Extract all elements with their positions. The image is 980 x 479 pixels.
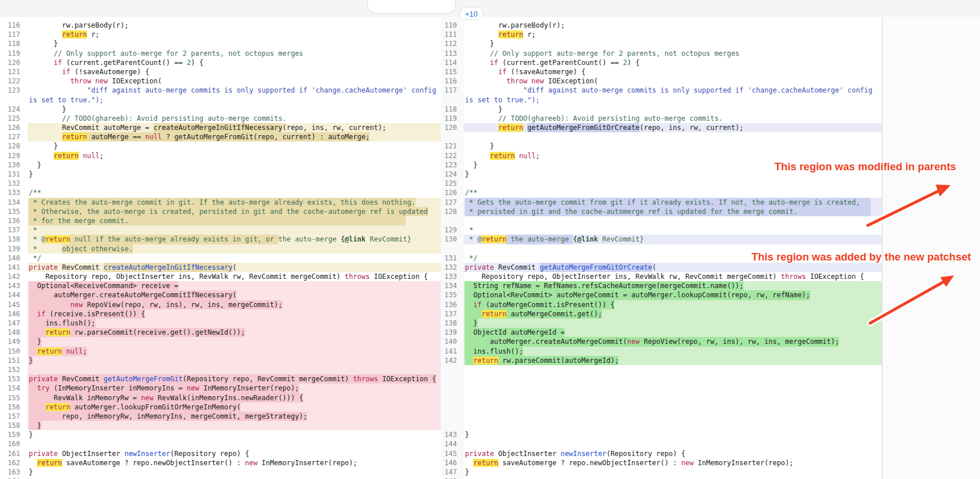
left-line-number[interactable]: 152: [0, 365, 28, 374]
right-line-number[interactable]: 123: [441, 160, 464, 170]
left-line-number[interactable]: 128: [0, 141, 28, 151]
right-line-number[interactable]: 145: [441, 449, 464, 458]
diff-row: 164148: [0, 477, 883, 479]
left-line-number[interactable]: 155: [0, 393, 28, 403]
right-line-number[interactable]: 114: [441, 58, 464, 67]
right-line-number[interactable]: 120: [441, 123, 464, 132]
left-line-number[interactable]: 145: [0, 300, 28, 309]
right-line-number[interactable]: 135: [441, 290, 464, 300]
left-line-number[interactable]: 122: [0, 76, 28, 86]
left-line-number[interactable]: 138: [0, 235, 28, 244]
right-line-number[interactable]: 140: [441, 337, 464, 346]
left-code-line: autoMerger.createAutoMergeCommitIfNecess…: [28, 290, 441, 300]
left-line-number[interactable]: 116: [0, 21, 28, 30]
left-line-number[interactable]: 120: [0, 58, 28, 67]
left-line-number[interactable]: 137: [0, 225, 28, 235]
left-line-number[interactable]: 126: [0, 123, 28, 132]
right-line-number[interactable]: 141: [441, 347, 464, 356]
left-line-number[interactable]: 127: [0, 132, 28, 141]
right-line-number[interactable]: 112: [441, 39, 464, 48]
left-line-number[interactable]: 142: [0, 272, 28, 281]
left-line-number[interactable]: 156: [0, 403, 28, 412]
right-line-number[interactable]: 143: [441, 430, 464, 439]
left-line-number[interactable]: 143: [0, 281, 28, 290]
right-line-number[interactable]: 139: [441, 328, 464, 337]
left-line-number[interactable]: 141: [0, 263, 28, 272]
right-line-number[interactable]: 113: [441, 49, 464, 58]
diff-row: 146 if (receive.isPresent()) {137 return…: [0, 309, 883, 319]
left-line-number[interactable]: 159: [0, 430, 28, 439]
left-line-number[interactable]: 134: [0, 198, 28, 207]
right-line-number[interactable]: 129: [441, 225, 464, 235]
left-code-line: [28, 365, 441, 374]
right-line-number[interactable]: 115: [441, 67, 464, 76]
left-line-number[interactable]: 140: [0, 254, 28, 263]
left-line-number[interactable]: 125: [0, 114, 28, 123]
left-line-number[interactable]: 154: [0, 384, 28, 393]
right-line-number[interactable]: 124: [441, 170, 464, 179]
right-line-number[interactable]: 132: [441, 263, 464, 272]
left-line-number[interactable]: 144: [0, 290, 28, 300]
left-code-line: [28, 477, 441, 479]
right-line-number[interactable]: 146: [441, 458, 464, 467]
right-line-number[interactable]: 136: [441, 300, 464, 309]
left-line-number[interactable]: 124: [0, 105, 28, 114]
left-line-number[interactable]: 162: [0, 458, 28, 467]
left-line-number[interactable]: 147: [0, 319, 28, 328]
right-line-number[interactable]: 125: [441, 179, 464, 188]
right-line-number[interactable]: 121: [441, 141, 464, 151]
diff-row: 123 "diff against auto-merge commits is …: [0, 86, 883, 104]
left-line-number[interactable]: 163: [0, 467, 28, 477]
left-line-number[interactable]: 129: [0, 151, 28, 160]
right-line-number[interactable]: 142: [441, 356, 464, 365]
right-line-number[interactable]: 119: [441, 114, 464, 123]
right-line-number[interactable]: 138: [441, 319, 464, 328]
left-line-number[interactable]: 130: [0, 160, 28, 170]
right-line-number[interactable]: 117: [441, 86, 464, 95]
left-line-number[interactable]: 158: [0, 421, 28, 430]
left-line-number[interactable]: 118: [0, 39, 28, 48]
right-line-number[interactable]: 144: [441, 439, 464, 449]
right-line-number[interactable]: 134: [441, 281, 464, 290]
collapsed-expander-button[interactable]: [367, 0, 456, 14]
left-line-number[interactable]: 135: [0, 207, 28, 216]
right-line-number[interactable]: 126: [441, 188, 464, 197]
right-code-line: String refName = RefNames.refsCacheAutom…: [464, 281, 883, 290]
diff-row: 145 new RepoView(repo, rw, ins), rw, ins…: [0, 300, 883, 309]
left-line-number[interactable]: 161: [0, 449, 28, 458]
diff-view: 116 rw.parseBody(r);110 rw.parseBody(r);…: [0, 0, 980, 479]
left-line-number[interactable]: 153: [0, 374, 28, 384]
left-line-number[interactable]: 149: [0, 337, 28, 346]
right-line-number[interactable]: 148: [441, 477, 464, 479]
right-line-number[interactable]: 137: [441, 309, 464, 319]
left-line-number[interactable]: 131: [0, 170, 28, 179]
left-line-number[interactable]: 160: [0, 439, 28, 449]
left-line-number[interactable]: 150: [0, 347, 28, 356]
expand-10-lines-button[interactable]: +10: [459, 7, 483, 20]
right-line-number[interactable]: 116: [441, 76, 464, 86]
left-line-number[interactable]: 117: [0, 30, 28, 39]
right-line-number[interactable]: 147: [441, 467, 464, 477]
left-line-number[interactable]: 136: [0, 216, 28, 225]
right-line-number[interactable]: 118: [441, 105, 464, 114]
right-line-number[interactable]: 130: [441, 235, 464, 244]
left-line-number[interactable]: 148: [0, 328, 28, 337]
right-line-number[interactable]: 111: [441, 30, 464, 39]
right-line-number[interactable]: 131: [441, 254, 464, 263]
left-line-number[interactable]: 123: [0, 86, 28, 95]
left-line-number[interactable]: 139: [0, 244, 28, 254]
left-line-number[interactable]: 146: [0, 309, 28, 319]
right-line-number[interactable]: 122: [441, 151, 464, 160]
right-line-number[interactable]: 110: [441, 21, 464, 30]
diff-row: 126 RevCommit autoMerge = createAutoMerg…: [0, 123, 883, 132]
left-line-number[interactable]: 133: [0, 188, 28, 197]
left-line-number[interactable]: 164: [0, 477, 28, 479]
left-line-number[interactable]: 119: [0, 49, 28, 58]
left-line-number[interactable]: 132: [0, 179, 28, 188]
right-line-number[interactable]: 127: [441, 198, 464, 207]
left-line-number[interactable]: 121: [0, 67, 28, 76]
right-line-number[interactable]: 128: [441, 207, 464, 216]
left-line-number[interactable]: 151: [0, 356, 28, 365]
left-line-number[interactable]: 157: [0, 412, 28, 421]
right-line-number[interactable]: 133: [441, 272, 464, 281]
